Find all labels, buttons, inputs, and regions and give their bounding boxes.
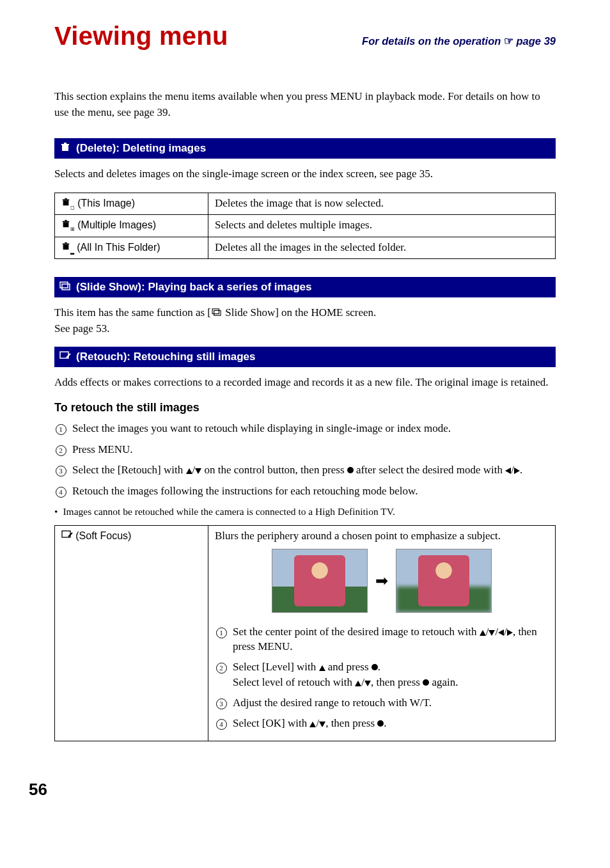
retouch-note: • Images cannot be retouched while the c…: [54, 506, 556, 517]
svg-rect-3: [63, 200, 69, 205]
retouch-step-1: 1 Select the images you want to retouch …: [54, 421, 556, 437]
before-image: [272, 549, 368, 613]
center-dot-icon: [423, 679, 429, 686]
triangle-up-icon: [480, 630, 486, 636]
delete-desc: Selects and deletes images on the single…: [54, 166, 556, 182]
softfocus-icon: [61, 530, 73, 542]
triangle-down-icon: [195, 468, 201, 474]
slideshow-inline-icon: [211, 305, 223, 321]
triangle-down-icon: [319, 722, 325, 727]
triangle-left-icon: [498, 629, 504, 636]
triangle-up-icon: [186, 468, 192, 474]
delete-this-image-desc: Deletes the image that is now selected.: [208, 193, 556, 214]
step-number-icon: 3: [215, 695, 228, 711]
svg-rect-8: [65, 220, 67, 221]
svg-rect-0: [62, 145, 68, 151]
triangle-up-icon: [309, 722, 316, 727]
page-number: 56: [29, 780, 556, 800]
svg-rect-15: [214, 311, 221, 316]
pointer-icon: ☞: [504, 35, 513, 47]
step-number-icon: 3: [54, 462, 67, 478]
softfocus-substep-4: 4 Select [OK] with /, then press .: [215, 716, 549, 732]
delete-multiple-label: ⊞ (Multiple Images): [55, 215, 208, 237]
after-image: [396, 549, 492, 613]
section-bar-slideshow: (Slide Show): Playing back a series of i…: [54, 277, 556, 297]
svg-rect-13: [62, 284, 70, 290]
retouch-options-table: (Soft Focus) Blurs the periphery around …: [54, 525, 556, 741]
softfocus-substep-1: 1 Set the center point of the desired im…: [215, 624, 549, 655]
softfocus-substep-2: 2 Select [Level] with and press . Select…: [215, 659, 549, 690]
slideshow-icon: [59, 281, 71, 293]
softfocus-desc: Blurs the periphery around a chosen poin…: [215, 530, 549, 542]
section-bar-retouch: (Retouch): Retouching still images: [54, 347, 556, 367]
retouch-icon: [59, 351, 71, 363]
svg-rect-6: [63, 223, 69, 228]
retouch-step-3-body: Select the [Retouch] with / on the contr…: [72, 462, 522, 478]
trash-icon: [59, 142, 71, 155]
triangle-up-icon: [355, 681, 361, 686]
retouch-subhead: To retouch the still images: [54, 401, 556, 414]
header-ref-page: page 39: [513, 35, 556, 47]
softfocus-label: (Soft Focus): [55, 525, 208, 741]
delete-this-image-label: ◻ (This Image): [55, 193, 208, 214]
trash-multiple-icon: ⊞: [61, 219, 75, 232]
step-number-icon: 1: [215, 624, 228, 655]
section-title-retouch: (Retouch): Retouching still images: [76, 351, 256, 363]
intro-paragraph: This section explains the menu items ava…: [54, 89, 556, 120]
bullet-icon: •: [54, 506, 58, 517]
page-title: Viewing menu: [54, 22, 228, 51]
header-page-ref: For details on the operation ☞ page 39: [362, 35, 556, 47]
table-row: ◻ (This Image) Deletes the image that is…: [55, 193, 556, 214]
step-number-icon: 1: [54, 421, 67, 437]
table-row: ⊞ (Multiple Images) Selects and deletes …: [55, 215, 556, 237]
delete-multiple-desc: Selects and deletes multiple images.: [208, 215, 556, 237]
svg-rect-11: [65, 242, 67, 244]
slideshow-desc: This item has the same function as [ Sli…: [54, 305, 556, 336]
triangle-down-icon: [489, 630, 495, 636]
svg-rect-4: [63, 200, 70, 201]
retouch-step-4: 4 Retouch the images following the instr…: [54, 484, 556, 500]
step-number-icon: 4: [215, 716, 228, 732]
table-row: (Soft Focus) Blurs the periphery around …: [55, 525, 556, 741]
trash-folder-icon: ▂: [61, 241, 74, 255]
svg-rect-1: [61, 144, 69, 145]
step-number-icon: 2: [54, 442, 67, 458]
section-title-delete: (Delete): Deleting images: [76, 142, 206, 155]
center-dot-icon: [347, 467, 354, 473]
center-dot-icon: [371, 664, 378, 670]
delete-all-folder-desc: Deletes all the images in the selected f…: [208, 237, 556, 258]
trash-this-icon: ◻: [61, 197, 75, 210]
retouch-step-3: 3 Select the [Retouch] with / on the con…: [54, 462, 556, 478]
triangle-down-icon: [364, 681, 371, 686]
center-dot-icon: [377, 720, 384, 727]
softfocus-cell: Blurs the periphery around a chosen poin…: [208, 525, 556, 741]
svg-rect-5: [65, 198, 67, 200]
section-bar-delete: (Delete): Deleting images: [54, 138, 556, 159]
arrow-right-icon: ➡: [375, 572, 388, 590]
delete-options-table: ◻ (This Image) Deletes the image that is…: [54, 193, 556, 259]
triangle-left-icon: [505, 468, 511, 474]
retouch-desc: Adds effects or makes corrections to a r…: [54, 375, 556, 391]
table-row: ▂ (All In This Folder) Deletes all the i…: [55, 237, 556, 258]
softfocus-substeps: 1 Set the center point of the desired im…: [215, 624, 549, 732]
retouch-step-2: 2 Press MENU.: [54, 442, 556, 458]
svg-rect-7: [63, 221, 70, 223]
svg-rect-2: [64, 143, 66, 144]
page-header: Viewing menu For details on the operatio…: [54, 22, 556, 51]
triangle-right-icon: [514, 468, 520, 474]
svg-rect-9: [63, 244, 69, 249]
step-number-icon: 4: [54, 484, 67, 500]
retouch-main-steps: 1 Select the images you want to retouch …: [54, 421, 556, 500]
delete-all-folder-label: ▂ (All In This Folder): [55, 237, 208, 258]
softfocus-substep-3: 3 Adjust the desired range to retouch wi…: [215, 695, 549, 711]
section-title-slideshow: (Slide Show): Playing back a series of i…: [76, 281, 311, 294]
header-ref-prefix: For details on the operation: [362, 35, 504, 47]
softfocus-illustration: ➡: [215, 549, 549, 613]
step-number-icon: 2: [215, 659, 228, 690]
triangle-right-icon: [507, 629, 513, 636]
svg-rect-12: [60, 282, 68, 288]
triangle-up-icon: [319, 665, 325, 671]
svg-rect-14: [212, 309, 219, 314]
svg-rect-10: [63, 243, 70, 244]
